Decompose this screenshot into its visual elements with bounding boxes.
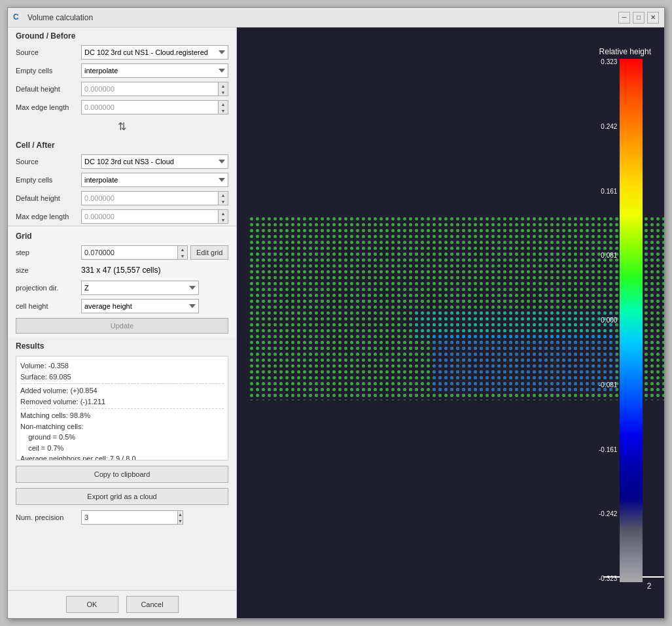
ground-default-height-down[interactable]: ▼ [219,89,228,96]
precision-down[interactable]: ▼ [178,517,183,524]
edit-grid-button[interactable]: Edit grid [190,245,228,260]
result-line-matching: Matching cells: 98.8% [20,410,224,421]
minimize-button[interactable]: ─ [618,12,630,24]
title-bar: C Volume calculation ─ □ ✕ [8,8,664,27]
cell-default-height-label: Default height [16,194,81,202]
close-button[interactable]: ✕ [647,12,659,24]
grid-step-input[interactable] [81,245,177,260]
grid-projection-row: projection dir. Z [8,279,236,297]
update-button[interactable]: Update [16,318,228,334]
cancel-button[interactable]: Cancel [126,596,179,613]
legend-label-2: 0.161 [599,188,617,195]
ok-button[interactable]: OK [66,596,118,613]
cell-default-height-down[interactable]: ▼ [219,198,228,205]
ground-source-label: Source [16,48,81,56]
right-panel: 2 Relative height 0.323 0.242 0.161 0.08… [237,27,664,618]
ground-max-edge-down[interactable]: ▼ [219,107,228,114]
cell-empty-cells-label: Empty cells [16,176,81,184]
ground-max-edge-buttons: ▲ ▼ [218,100,228,114]
svg-rect-6 [414,309,616,341]
cell-max-edge-row: Max edge length ▲ ▼ [8,207,236,226]
window-title: Volume calculation [27,13,618,22]
cell-source-select[interactable]: DC 102 3rd cut NS3 - Cloud [81,154,228,169]
precision-input[interactable] [81,510,177,525]
result-line-nonmatching: Non-matching cells: [20,421,224,432]
ground-default-height-up[interactable]: ▲ [219,82,228,89]
cell-section-header: Cell / After [8,137,236,152]
legend-label-8: -0.323 [599,576,617,582]
svg-text:2: 2 [647,582,652,591]
grid-section-header: Grid [8,228,236,243]
results-header: Results [8,338,236,353]
cell-section: Cell / After Source DC 102 3rd cut NS3 -… [8,137,236,226]
legend-label-6: -0.161 [599,447,617,453]
ground-max-edge-spinbox: ▲ ▼ [81,100,228,114]
grid-cell-height-row: cell height average height [8,297,236,315]
result-line-surface: Surface: 69.085 [20,372,224,383]
grid-projection-label: projection dir. [16,284,81,292]
ground-empty-cells-row: Empty cells interpolate [8,61,236,80]
color-legend: Relative height 0.323 0.242 0.161 0.081 … [599,47,651,582]
cell-source-label: Source [16,158,81,165]
cell-empty-cells-row: Empty cells interpolate [8,171,236,189]
copy-to-clipboard-button[interactable]: Copy to clipboard [16,466,228,483]
legend-label-3: 0.081 [599,252,617,259]
footer-buttons: OK Cancel [8,590,236,618]
cell-max-edge-input[interactable] [81,209,218,224]
ground-default-height-spinbox: ▲ ▼ [81,82,228,96]
cell-max-edge-up[interactable]: ▲ [219,210,228,217]
grid-projection-select[interactable]: Z [81,281,199,295]
legend-gradient-bar [620,59,643,582]
grid-cell-height-select[interactable]: average height [81,299,199,313]
ground-max-edge-up[interactable]: ▲ [219,101,228,107]
legend-labels: 0.323 0.242 0.161 0.081 0.000 -0.081 -0.… [599,59,617,582]
grid-size-value: 331 x 47 (15,557 cells) [81,266,160,275]
results-text-area: Volume: -0.358 Surface: 69.085 Added vol… [16,356,228,461]
swap-arrows[interactable]: ⇅ [8,116,236,137]
cell-default-height-input[interactable] [81,191,218,205]
grid-step-buttons: ▲ ▼ [177,245,188,260]
cell-max-edge-down[interactable]: ▼ [219,217,228,223]
maximize-button[interactable]: □ [633,12,645,24]
legend-label-5: -0.081 [599,382,617,389]
grid-step-up[interactable]: ▲ [178,246,187,252]
precision-buttons: ▲ ▼ [177,510,183,525]
grid-section: Grid step ▲ ▼ Edit grid [8,226,236,338]
export-grid-button[interactable]: Export grid as a cloud [16,488,228,505]
ground-default-height-input[interactable] [81,82,218,96]
grid-step-down[interactable]: ▼ [178,252,187,259]
cell-max-edge-spinbox: ▲ ▼ [81,209,228,224]
app-icon: C [13,12,24,23]
ground-default-height-label: Default height [16,85,81,93]
svg-rect-5 [433,335,616,394]
legend-label-0: 0.323 [599,59,617,65]
visualization-area: 2 Relative height 0.323 0.242 0.161 0.08… [237,27,664,618]
result-line-added: Added volume: (+)0.854 [20,385,224,396]
grid-step-label: step [16,249,81,256]
precision-row: Num. precision ▲ ▼ [8,508,236,527]
result-line-ceil: ceil = 0.7% [20,443,224,454]
legend-label-4: 0.000 [599,317,617,324]
ground-max-edge-input[interactable] [81,100,218,114]
grid-size-label: size [16,266,81,274]
cell-default-height-row: Default height ▲ ▼ [8,189,236,207]
precision-up[interactable]: ▲ [178,511,183,517]
precision-spinbox: ▲ ▼ [81,510,133,525]
left-panel: Ground / Before Source DC 102 3rd cut NS… [8,27,237,618]
cell-max-edge-label: Max edge length [16,213,81,220]
grid-step-wrapper: ▲ ▼ Edit grid [81,245,228,260]
legend-title: Relative height [599,47,651,56]
result-line-ground: ground = 0.5% [20,432,224,443]
result-line-volume: Volume: -0.358 [20,360,224,372]
ground-source-select[interactable]: DC 102 3rd cut NS1 - Cloud.registered [81,45,228,60]
cell-empty-cells-select[interactable]: interpolate [81,173,228,187]
grid-size-row: size 331 x 47 (15,557 cells) [8,262,236,279]
cell-default-height-up[interactable]: ▲ [219,192,228,198]
cell-max-edge-buttons: ▲ ▼ [218,209,228,224]
ground-empty-cells-select[interactable]: interpolate [81,63,228,78]
result-divider-2 [20,408,224,409]
ground-default-height-row: Default height ▲ ▼ [8,80,236,98]
ground-max-edge-row: Max edge length ▲ ▼ [8,98,236,116]
ground-default-height-buttons: ▲ ▼ [218,82,228,96]
main-window: C Volume calculation ─ □ ✕ Ground / Befo… [7,7,665,619]
